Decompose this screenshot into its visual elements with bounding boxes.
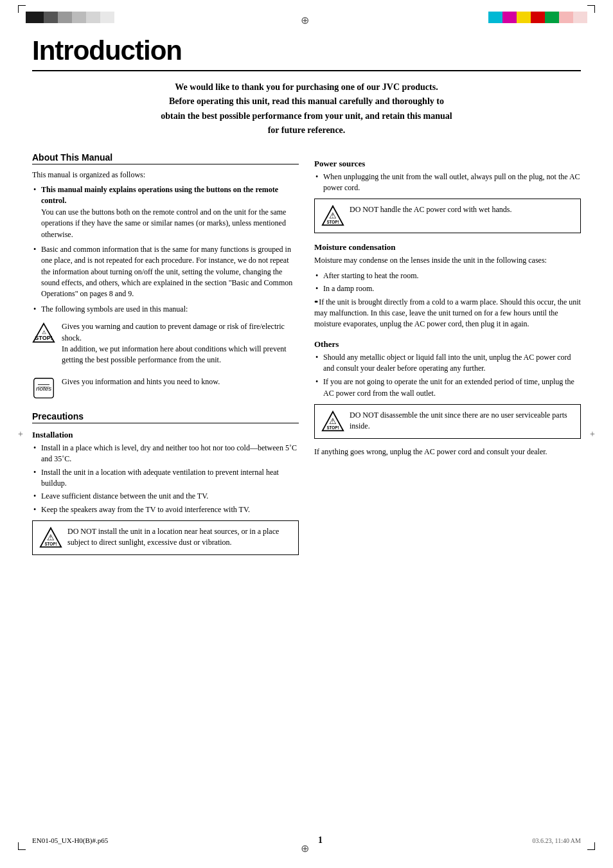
moisture-bullet-1: After starting to heat the room. <box>314 270 581 281</box>
title-rule <box>32 70 581 71</box>
crosshair-left: + <box>18 429 23 439</box>
installation-warning-text: DO NOT install the unit in a location ne… <box>67 526 292 548</box>
page-number: 1 <box>318 835 323 846</box>
power-warning-text: DO NOT handle the AC power cord with wet… <box>350 204 511 215</box>
color-swatch-yellow <box>517 12 531 23</box>
svg-text:STOP!: STOP! <box>44 542 57 546</box>
svg-text:STOP!: STOP! <box>326 425 339 430</box>
svg-text:notes: notes <box>36 384 51 391</box>
power-bullet-1: When unplugging the unit from the wall o… <box>314 172 581 194</box>
footer-filename: EN01-05_UX-H0(B)#.p65 <box>32 837 108 844</box>
install-bullet-1: Install in a place which is level, dry a… <box>32 443 299 465</box>
stop-icon-others: STOP! ⚠ <box>321 410 344 433</box>
others-bullet-2: If you are not going to operate the unit… <box>314 376 581 399</box>
right-column: Power sources When unplugging the unit f… <box>314 152 581 561</box>
others-warning-text: DO NOT disassemble the unit since there … <box>350 410 574 432</box>
color-swatch-lightgray <box>72 12 86 23</box>
about-bullet-3: The following symbols are used in this m… <box>32 304 299 315</box>
power-sources-subtitle: Power sources <box>314 159 581 169</box>
section-precautions-title: Precautions <box>32 411 299 423</box>
two-column-layout: About This Manual This manual is organiz… <box>32 152 581 561</box>
install-bullet-2: Install the unit in a location with adeq… <box>32 467 299 490</box>
notes-symbol-text: Gives you information and hints you need… <box>62 376 220 387</box>
stop-symbol-block: STOP! ⚠ Gives you warning and caution to… <box>32 321 299 370</box>
color-swatch-black <box>26 12 44 23</box>
stop-icon-install: STOP! ⚠ <box>39 526 62 549</box>
footer-date: 03.6.23, 11:40 AM <box>533 837 581 844</box>
moisture-intro: Moisture may condense on the lenses insi… <box>314 255 581 266</box>
color-swatch-lighter <box>86 12 100 23</box>
crosshair-right: + <box>590 429 595 439</box>
color-swatch-cyan <box>488 12 502 23</box>
install-bullet-3: Leave sufficient distance between the un… <box>32 491 299 502</box>
color-swatch-magenta <box>502 12 517 23</box>
power-sources-bullets: When unplugging the unit from the wall o… <box>314 172 581 194</box>
others-bullets: Should any metallic object or liquid fal… <box>314 352 581 400</box>
stop-symbol-text: Gives you warning and caution to prevent… <box>62 321 299 366</box>
corner-mark-br <box>587 842 595 850</box>
svg-text:STOP!: STOP! <box>326 220 339 224</box>
color-swatch-pink <box>559 12 573 23</box>
stop-icon-power: STOP! ⚠ <box>321 204 344 227</box>
installation-warning-box: STOP! ⚠ DO NOT install the unit in a loc… <box>32 520 299 555</box>
svg-text:⚠: ⚠ <box>47 533 55 542</box>
others-warning-box: STOP! ⚠ DO NOT disassemble the unit sinc… <box>314 404 581 439</box>
color-swatch-green <box>545 12 559 23</box>
page-title: Introduction <box>32 35 581 66</box>
svg-text:STOP!: STOP! <box>35 335 52 341</box>
left-column: About This Manual This manual is organiz… <box>32 152 299 561</box>
installation-bullets: Install in a place which is level, dry a… <box>32 443 299 515</box>
color-swatch-lightest <box>100 12 114 23</box>
corner-mark-bl <box>18 842 26 850</box>
others-subtitle: Others <box>314 339 581 350</box>
svg-text:⚠: ⚠ <box>329 211 337 220</box>
notes-icon: notes <box>32 376 55 400</box>
installation-subtitle: Installation <box>32 430 299 440</box>
about-bullets: This manual mainly explains operations u… <box>32 184 299 315</box>
color-swatch-red <box>531 12 545 23</box>
main-content: Introduction We would like to thank you … <box>32 35 581 560</box>
notes-symbol-block: notes Gives you information and hints yo… <box>32 376 299 400</box>
top-color-bar <box>0 12 613 23</box>
moisture-subtitle: Moisture condensation <box>314 242 581 252</box>
about-intro-body: This manual is organized as follows: <box>32 170 299 181</box>
intro-paragraph: We would like to thank you for purchasin… <box>32 80 581 138</box>
color-swatch-darkgray <box>44 12 58 23</box>
moisture-bullet-2: In a damp room. <box>314 283 581 294</box>
section-about-title: About This Manual <box>32 152 299 164</box>
install-bullet-4: Keep the speakers away from the TV to av… <box>32 504 299 515</box>
color-swatch-ltpink <box>573 12 587 23</box>
about-bullet-1: This manual mainly explains operations u… <box>32 184 299 240</box>
svg-text:⚠: ⚠ <box>42 330 46 335</box>
moisture-bullet-3: • If the unit is brought directly from a… <box>314 297 581 330</box>
others-bullet-1: Should any metallic object or liquid fal… <box>314 352 581 375</box>
svg-text:⚠: ⚠ <box>329 417 337 426</box>
about-bullet-2: Basic and common information that is the… <box>32 244 299 300</box>
footer: EN01-05_UX-H0(B)#.p65 1 03.6.23, 11:40 A… <box>32 835 581 846</box>
moisture-bullets: After starting to heat the room. In a da… <box>314 270 581 330</box>
closing-text: If anything goes wrong, unplug the AC po… <box>314 447 581 457</box>
color-swatch-gray <box>58 12 72 23</box>
power-warning-box: STOP! ⚠ DO NOT handle the AC power cord … <box>314 199 581 233</box>
stop-icon: STOP! ⚠ <box>32 321 55 344</box>
